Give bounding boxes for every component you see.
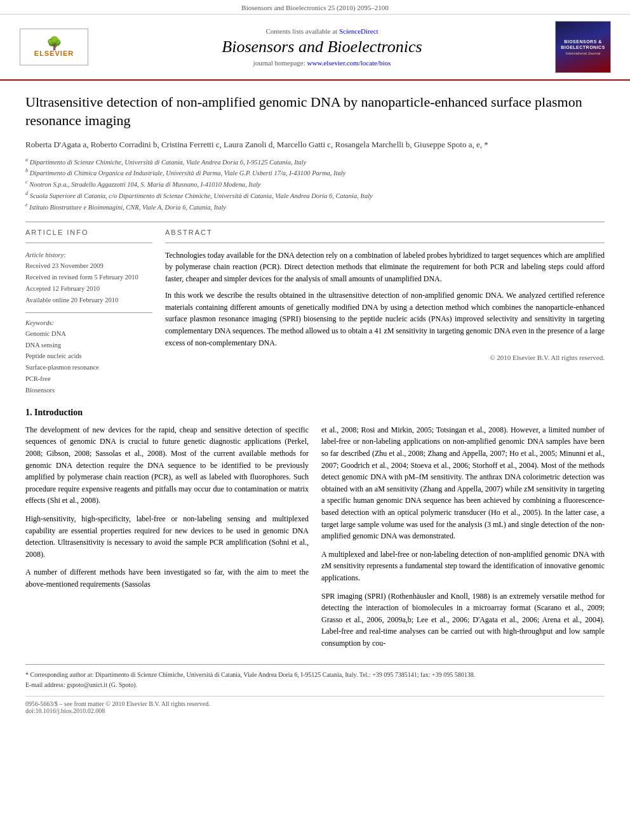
journal-logo-right: BIOSENSORS & BIOELECTRONICS Internationa… [555,21,611,73]
accepted-date: Accepted 12 February 2010 [25,283,152,295]
affiliation-c: c Nootron S.p.a., Stradello Aggazzotti 1… [25,178,605,190]
intro-para-1: The development of new devices for the r… [25,424,309,507]
abstract-text: Technologies today available for the DNA… [165,250,605,349]
contents-text: Contents lists available at [265,27,337,35]
email-label: E-mail address: [25,681,65,688]
journal-title-area: Contents lists available at ScienceDirec… [89,27,555,67]
contents-list-line: Contents lists available at ScienceDirec… [89,27,555,35]
available-date: Available online 20 February 2010 [25,295,152,306]
copyright-line: © 2010 Elsevier B.V. All rights reserved… [165,354,605,361]
divider-info [25,243,152,243]
received-date: Received 23 November 2009 [25,260,152,272]
introduction-section: 1. Introduction The development of new d… [25,408,605,656]
intro-left-col: The development of new devices for the r… [25,424,309,656]
affiliation-b: b Dipartimento di Chimica Organica ed In… [25,167,605,178]
journal-header: 🌳 ELSEVIER Contents lists available at S… [0,15,630,81]
article-title: Ultrasensitive detection of non-amplifie… [25,93,605,130]
affiliation-a: a Dipartimento di Scienze Chimiche, Univ… [25,156,605,168]
homepage-line: journal homepage: www.elsevier.com/locat… [89,59,555,67]
divider-1 [25,222,605,222]
main-content: Ultrasensitive detection of non-amplifie… [0,81,630,727]
divider-abstract [165,243,605,243]
right-logo-subtitle: International Journal [566,51,600,55]
doi-line: doi:10.1016/j.bios.2010.02.008 [25,707,605,714]
intro-right-col: et al., 2008; Rosi and Mirkin, 2005; Tot… [321,424,605,656]
elsevier-logo-area: 🌳 ELSEVIER [19,29,89,65]
bottom-info: 0956-5663/$ – see front matter © 2010 El… [25,696,605,714]
article-info-label: ARTICLE INFO [25,229,152,236]
divider-keywords [25,312,152,313]
affiliation-e: e Istituto Biostrutture e Bioimmagini, C… [25,201,605,213]
intro-columns: The development of new devices for the r… [25,424,605,656]
abstract-label: ABSTRACT [165,229,605,236]
intro-para-2: High-sensitivity, high-specificity, labe… [25,513,309,560]
footnote-section: * Corresponding author at: Dipartimento … [25,664,605,690]
keyword-3: Peptide nucleic acids [25,350,152,362]
corresponding-author: * Corresponding author at: Dipartimento … [25,670,605,680]
article-info-col: ARTICLE INFO Article history: Received 2… [25,229,152,396]
keyword-2: DNA sensing [25,340,152,351]
top-bar: Biosensors and Bioelectronics 25 (2010) … [0,0,630,15]
intro-para-3: A number of different methods have been … [25,566,309,590]
keyword-list: Genomic DNA DNA sensing Peptide nucleic … [25,328,152,396]
intro-heading: 1. Introduction [25,408,605,418]
abstract-col: ABSTRACT Technologies today available fo… [165,229,605,396]
intro-right-para-2: A multiplexed and label-free or non-labe… [321,549,605,584]
email-line: E-mail address: gspoto@unict.it (G. Spot… [25,680,605,690]
abstract-para-2: In this work we describe the results obt… [165,290,605,349]
tree-icon: 🌳 [46,37,62,50]
authors-text: Roberta D'Agata a, Roberto Corradini b, … [25,140,488,149]
keyword-4: Surface-plasmon resonance [25,362,152,373]
intro-right-para-1: et al., 2008; Rosi and Mirkin, 2005; Tot… [321,424,605,542]
email-address: gspoto@unict.it (G. Spoto). [67,681,137,688]
homepage-link[interactable]: www.elsevier.com/locate/bios [307,59,391,67]
journal-citation: Biosensors and Bioelectronics 25 (2010) … [241,4,388,11]
sciencedirect-link[interactable]: ScienceDirect [339,27,379,35]
elsevier-wordmark: ELSEVIER [34,50,74,57]
affiliation-d: d Scuola Superiore di Catania, c/o Dipar… [25,190,605,201]
keyword-6: Biosensors [25,385,152,396]
right-logo-title: BIOSENSORS & BIOELECTRONICS [558,39,608,50]
keyword-1: Genomic DNA [25,328,152,340]
abstract-para-1: Technologies today available for the DNA… [165,250,605,285]
authors-line: Roberta D'Agata a, Roberto Corradini b, … [25,138,605,151]
article-history: Article history: Received 23 November 20… [25,250,152,306]
intro-right-para-3: SPR imaging (SPRI) (Rothenhäusler and Kn… [321,590,605,650]
article-info-abstract-area: ARTICLE INFO Article history: Received 2… [25,229,605,396]
journal-title: Biosensors and Bioelectronics [89,37,555,57]
revised-date: Received in revised form 5 February 2010 [25,272,152,283]
history-label: Article history: [25,250,152,261]
keywords-section: Keywords: Genomic DNA DNA sensing Peptid… [25,319,152,396]
homepage-text: journal homepage: [253,59,305,67]
keywords-label: Keywords: [25,319,152,326]
keyword-5: PCR-free [25,373,152,385]
elsevier-logo: 🌳 ELSEVIER [20,29,88,65]
issn-line: 0956-5663/$ – see front matter © 2010 El… [25,700,605,707]
affiliations: a Dipartimento di Scienze Chimiche, Univ… [25,156,605,213]
